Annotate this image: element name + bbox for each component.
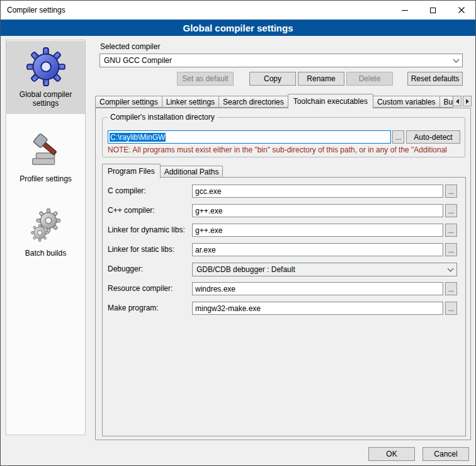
debugger-value: GDB/CDB debugger : Default <box>196 265 295 274</box>
maximize-icon <box>430 8 436 13</box>
linker-static-browse-button[interactable]: ... <box>445 243 457 256</box>
sidebar-item-label: Batch builds <box>8 249 84 258</box>
tab-compiler-settings[interactable]: Compiler settings <box>95 96 162 108</box>
close-button[interactable] <box>447 1 475 20</box>
tab-search-directories[interactable]: Search directories <box>218 96 288 108</box>
subtab-program-files[interactable]: Program Files <box>102 164 161 178</box>
field-label: C++ compiler: <box>108 206 155 215</box>
tab-build[interactable]: Buil <box>439 96 453 108</box>
sidebar: Global compiler settings Profiler settin… <box>6 40 86 435</box>
resource-compiler-row: Resource compiler: ... <box>103 282 465 295</box>
debugger-row: Debugger: GDB/CDB debugger : Default <box>103 263 465 276</box>
field-label: C compiler: <box>108 186 146 195</box>
field-label: Linker for static libs: <box>108 245 174 254</box>
tab-bar: Compiler settings Linker settings Search… <box>95 94 472 108</box>
selected-compiler-select[interactable]: GNU GCC Compiler <box>99 54 463 67</box>
tab-linker-settings[interactable]: Linker settings <box>162 96 219 108</box>
install-dir-browse-button[interactable]: ... <box>392 130 404 144</box>
linker-static-row: Linker for static libs: ... <box>103 243 465 256</box>
sidebar-item-label: Global compiler settings <box>8 90 84 108</box>
make-program-row: Make program: ... <box>103 302 465 315</box>
bin-directory-note: NOTE: All programs must exist either in … <box>108 145 463 154</box>
make-program-browse-button[interactable]: ... <box>445 302 457 315</box>
gray-gears-icon <box>26 206 65 245</box>
tab-toolchain-executables[interactable]: Toolchain executables <box>288 94 373 108</box>
auto-detect-button[interactable]: Auto-detect <box>406 130 460 144</box>
tab-scroll-right-button[interactable] <box>463 96 472 106</box>
close-icon <box>458 7 465 13</box>
linker-static-input[interactable] <box>192 243 443 256</box>
field-label: Debugger: <box>108 264 143 273</box>
sidebar-item-global-compiler-settings[interactable]: Global compiler settings <box>6 41 85 114</box>
linker-dynamic-input[interactable] <box>192 224 443 237</box>
resource-compiler-input[interactable] <box>192 282 443 295</box>
window-controls <box>390 1 475 20</box>
selected-compiler-label: Selected compiler <box>100 42 160 51</box>
cancel-button[interactable]: Cancel <box>422 447 469 461</box>
page-title: Global compiler settings <box>1 20 475 36</box>
selected-compiler-value: GNU GCC Compiler <box>104 56 172 65</box>
delete-button[interactable]: Delete <box>346 72 393 86</box>
sidebar-item-batch-builds[interactable]: Batch builds <box>6 200 85 264</box>
compiler-settings-dialog: Compiler settings Global compiler settin… <box>0 0 476 466</box>
ok-button[interactable]: OK <box>368 447 415 461</box>
resource-compiler-browse-button[interactable]: ... <box>445 282 457 295</box>
installation-directory-group-title: Compiler's installation directory <box>108 113 217 122</box>
c-compiler-browse-button[interactable]: ... <box>445 185 457 198</box>
titlebar: Compiler settings <box>1 1 475 20</box>
c-compiler-row: C compiler: ... <box>103 185 465 198</box>
install-dir-input[interactable]: C:\raylib\MinGW <box>108 130 391 144</box>
arrow-right-icon <box>466 99 469 104</box>
field-label: Linker for dynamic libs: <box>108 225 185 234</box>
reset-defaults-button[interactable]: Reset defaults <box>407 72 463 86</box>
tab-scroll-left-button[interactable] <box>453 96 462 106</box>
chevron-down-icon <box>448 265 454 271</box>
hammer-icon <box>26 132 65 171</box>
install-dir-selected-text: C:\raylib\MinGW <box>110 133 166 142</box>
field-label: Make program: <box>108 304 159 312</box>
set-as-default-button[interactable]: Set as default <box>177 72 234 86</box>
field-label: Resource compiler: <box>108 284 173 293</box>
subtab-bar: Program Files Additional Paths <box>102 164 222 178</box>
copy-button[interactable]: Copy <box>249 72 296 86</box>
program-files-panel: C compiler: ... C++ compiler: ... Linker… <box>102 177 466 436</box>
tab-custom-variables[interactable]: Custom variables <box>373 96 440 108</box>
sidebar-item-label: Profiler settings <box>8 174 84 183</box>
chevron-down-icon <box>453 56 460 62</box>
arrow-left-icon <box>456 99 459 104</box>
installation-directory-group: Compiler's installation directory C:\ray… <box>102 117 465 157</box>
cpp-compiler-browse-button[interactable]: ... <box>445 204 457 217</box>
blue-gear-icon <box>26 47 65 86</box>
minimize-button[interactable] <box>390 1 419 20</box>
c-compiler-input[interactable] <box>192 185 443 198</box>
linker-dynamic-browse-button[interactable]: ... <box>445 224 457 237</box>
subtab-additional-paths[interactable]: Additional Paths <box>160 166 224 178</box>
toolchain-executables-panel: Compiler's installation directory C:\ray… <box>95 108 471 440</box>
sidebar-item-profiler-settings[interactable]: Profiler settings <box>6 125 85 190</box>
linker-dynamic-row: Linker for dynamic libs: ... <box>103 224 465 237</box>
tab-scroll-buttons <box>453 96 472 106</box>
minimize-icon <box>402 10 408 11</box>
cpp-compiler-row: C++ compiler: ... <box>103 204 465 217</box>
make-program-input[interactable] <box>192 302 443 315</box>
debugger-select[interactable]: GDB/CDB debugger : Default <box>192 263 457 276</box>
cpp-compiler-input[interactable] <box>192 204 443 217</box>
rename-button[interactable]: Rename <box>298 72 344 86</box>
maximize-button[interactable] <box>419 1 447 20</box>
window-title: Compiler settings <box>1 6 65 14</box>
